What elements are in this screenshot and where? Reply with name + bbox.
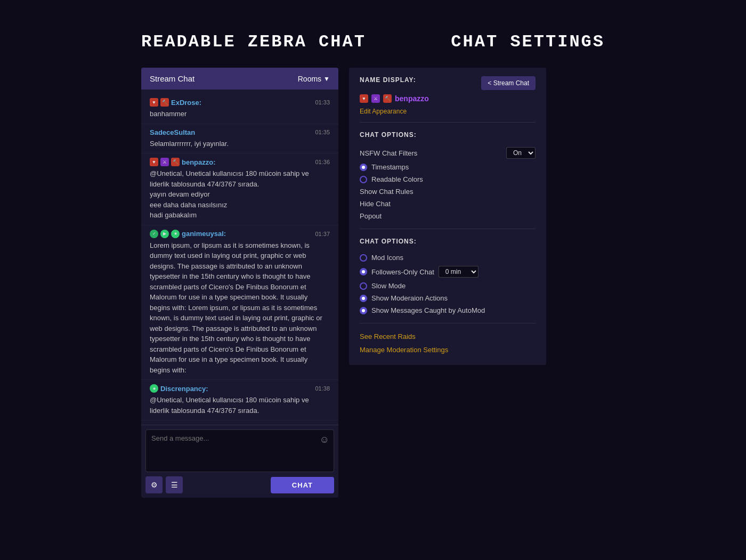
- chat-send-button[interactable]: CHAT: [271, 477, 334, 493]
- nsfw-row: NSFW Chat Filters On Off: [360, 145, 536, 161]
- settings-panel: NAME DISPLAY: < Stream Chat ♥ ⚔ 🔨 benpaz…: [349, 68, 546, 365]
- edit-appearance-link[interactable]: Edit Appearance: [360, 108, 407, 115]
- name-display-title: NAME DISPLAY:: [360, 76, 416, 84]
- username: SadeceSultan: [150, 128, 195, 136]
- message-time: 01:36: [315, 159, 330, 165]
- popout-row: Popout: [360, 210, 536, 222]
- username: ExDrose:: [171, 99, 201, 107]
- show-automod-radio[interactable]: [360, 307, 367, 314]
- badge-star-icon: ★: [171, 230, 180, 238]
- message-time: 01:33: [315, 99, 330, 105]
- badge-sword-icon: ⚔: [160, 158, 169, 166]
- message-body: banhammer: [150, 109, 330, 119]
- readable-colors-radio[interactable]: [360, 176, 367, 183]
- mod-icons-label: Mod Icons: [371, 254, 403, 262]
- message-item: ♥ ⚔ 🔨 benpazzo: 01:36 @Unetical, Unetica…: [141, 153, 338, 225]
- followers-only-option: Followers-Only Chat 0 min 10 min 30 min: [360, 264, 536, 280]
- footer-icons: ⚙ ☰: [145, 476, 183, 493]
- chat-options2-title: CHAT OPTIONS:: [360, 238, 536, 245]
- popout-label: Popout: [360, 212, 382, 220]
- rooms-label: Rooms: [298, 75, 321, 83]
- badge-hammer-icon: 🔨: [383, 94, 392, 103]
- readable-colors-option: Readable Colors: [360, 173, 536, 185]
- message-item: ✓ ▶ ★ ganimeuysal: 01:37 Lorem ipsum, or…: [141, 225, 338, 380]
- message-user: ★ Discrenpancy:: [150, 384, 208, 393]
- hide-chat-label: Hide Chat: [360, 200, 391, 208]
- message-user: ♥ ⚔ 🔨 benpazzo:: [150, 158, 216, 166]
- chat-header: Stream Chat Rooms ▼: [141, 68, 338, 90]
- hide-chat-row: Hide Chat: [360, 198, 536, 210]
- user-display: ♥ ⚔ 🔨 benpazzo: [360, 94, 536, 103]
- timestamps-label: Timestamps: [371, 163, 409, 171]
- see-raids-link[interactable]: See Recent Raids: [360, 330, 536, 343]
- message-input-wrapper: ☺: [145, 429, 334, 472]
- slow-mode-option: Slow Mode: [360, 280, 536, 292]
- message-input[interactable]: [151, 434, 314, 450]
- chat-input-area: ☺ ⚙ ☰ CHAT: [141, 425, 338, 498]
- timestamps-option: Timestamps: [360, 161, 536, 173]
- chat-panel: Stream Chat Rooms ▼ ♥ 🔨 ExDrose: 01:: [141, 68, 338, 498]
- rooms-button[interactable]: Rooms ▼: [298, 75, 330, 83]
- list-icon-button[interactable]: ☰: [166, 476, 183, 493]
- badge-heart-icon: ♥: [150, 158, 158, 166]
- badge-hammer-icon: 🔨: [171, 158, 180, 166]
- followers-row: Followers-Only Chat 0 min 10 min 30 min: [371, 266, 479, 278]
- message-item: ★ Discrenpancy: 01:38 @Unetical, Unetica…: [141, 380, 338, 420]
- badge-star-icon: ★: [150, 384, 158, 393]
- settings-icon-button[interactable]: ⚙: [145, 476, 163, 493]
- name-display-row: NAME DISPLAY: < Stream Chat: [360, 76, 536, 90]
- badge-hammer-icon: 🔨: [160, 98, 169, 107]
- display-username: benpazzo: [395, 94, 429, 103]
- readable-colors-label: Readable Colors: [371, 175, 423, 183]
- username: Discrenpancy:: [160, 385, 208, 393]
- show-chat-rules-row: Show Chat Rules: [360, 185, 536, 198]
- show-chat-rules-label: Show Chat Rules: [360, 188, 413, 196]
- message-time: 01:37: [315, 231, 330, 237]
- followers-only-radio[interactable]: [360, 268, 367, 275]
- emoji-button[interactable]: ☺: [320, 434, 329, 445]
- mod-icons-radio[interactable]: [360, 254, 367, 262]
- chat-footer: ⚙ ☰ CHAT: [145, 476, 334, 493]
- nsfw-dropdown[interactable]: On Off: [506, 147, 536, 159]
- timestamps-radio[interactable]: [360, 164, 367, 171]
- message-item: ♥ 🔨 ExDrose: 01:33 banhammer: [141, 94, 338, 124]
- message-body: @Unetical, Unetical kullanıcısı 180 müco…: [150, 168, 330, 221]
- show-moderation-label: Show Moderaion Actions: [371, 294, 448, 302]
- badge-check-icon: ✓: [150, 230, 158, 238]
- settings-title: CHAT SETTINGS: [451, 32, 605, 52]
- badge-play-icon: ▶: [160, 230, 169, 238]
- message-body: @Unetical, Unetical kullanıcısı 180 müco…: [150, 395, 330, 416]
- chat-header-title: Stream Chat: [150, 74, 194, 83]
- show-automod-label: Show Messages Caught by AutoMod: [371, 306, 485, 314]
- chat-messages: ♥ 🔨 ExDrose: 01:33 banhammer SadeceSulta…: [141, 90, 338, 425]
- slow-mode-label: Slow Mode: [371, 282, 406, 290]
- show-moderation-option: Show Moderaion Actions: [360, 292, 536, 304]
- message-user: SadeceSultan: [150, 128, 195, 136]
- filter-icon: ▼: [323, 75, 330, 83]
- message-time: 01:35: [315, 129, 330, 135]
- nsfw-label: NSFW Chat Filters: [360, 149, 417, 157]
- message-item: SadeceSultan 01:35 Selamlarrrrrrr, iyi y…: [141, 124, 338, 154]
- slow-mode-radio[interactable]: [360, 282, 367, 290]
- message-user: ♥ 🔨 ExDrose:: [150, 98, 201, 107]
- message-time: 01:38: [315, 385, 330, 392]
- badge-sword-icon: ⚔: [371, 94, 380, 103]
- message-body: Selamlarrrrrrr, iyi yayınlar.: [150, 139, 330, 149]
- chat-options-title: CHAT OPTIONS:: [360, 131, 536, 139]
- badge-heart-icon: ♥: [150, 98, 158, 107]
- message-user: ✓ ▶ ★ ganimeuysal:: [150, 230, 226, 238]
- followers-only-label: Followers-Only Chat: [371, 268, 434, 276]
- username: ganimeuysal:: [182, 230, 226, 238]
- mod-icons-option: Mod Icons: [360, 251, 536, 264]
- username: benpazzo:: [182, 158, 216, 166]
- show-automod-option: Show Messages Caught by AutoMod: [360, 304, 536, 316]
- app-title: READABLE ZEBRA CHAT: [141, 32, 366, 52]
- badge-heart-icon: ♥: [360, 94, 368, 103]
- manage-moderation-link[interactable]: Manage Moderation Settings: [360, 343, 536, 356]
- followers-min-dropdown[interactable]: 0 min 10 min 30 min: [439, 266, 479, 278]
- show-moderation-radio[interactable]: [360, 295, 367, 302]
- stream-chat-button[interactable]: < Stream Chat: [481, 76, 536, 90]
- message-body: Lorem ipsum, or lipsum as it is sometime…: [150, 240, 330, 376]
